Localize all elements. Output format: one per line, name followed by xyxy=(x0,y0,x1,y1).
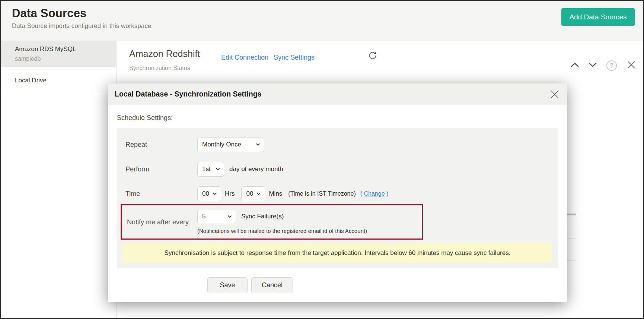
modal-title: Local Database - Synchronization Setting… xyxy=(115,90,261,98)
time-row: Time 00 Hrs 00 Mins (Time is in IST Time… xyxy=(125,186,388,201)
timezone-note: (Time is in IST Timezone) xyxy=(288,190,356,197)
sidebar-divider xyxy=(1,94,107,94)
background-table-edge xyxy=(567,238,576,239)
perform-day-select-value: 1st xyxy=(202,165,211,173)
sync-settings-link[interactable]: Sync Settings xyxy=(274,54,315,61)
sidebar-item-amazon-rds-mysql[interactable]: Amazon RDS MySQL sampledb xyxy=(1,41,116,67)
help-icon[interactable]: ? xyxy=(606,60,617,71)
add-data-sources-button[interactable]: Add Data Sources xyxy=(561,8,635,26)
sidebar-item-local-drive[interactable]: Local Drive xyxy=(1,67,116,94)
time-minutes-select-value: 00 xyxy=(246,190,253,198)
data-source-title: Amazon Redshift xyxy=(129,48,200,59)
close-icon[interactable] xyxy=(626,60,637,72)
edit-connection-link[interactable]: Edit Connection xyxy=(221,54,268,61)
perform-row: Perform 1st day of every month xyxy=(125,162,283,177)
refresh-icon[interactable] xyxy=(368,51,377,60)
time-minutes-select[interactable]: 00 xyxy=(241,186,265,201)
sidebar: Amazon RDS MySQL sampledb Local Drive xyxy=(1,41,117,319)
sync-status-label: Synchronization Status xyxy=(129,65,190,72)
perform-day-select[interactable]: 1st xyxy=(197,162,224,177)
chevron-down-icon xyxy=(256,143,260,146)
time-hours-select-value: 00 xyxy=(202,190,209,198)
cancel-button[interactable]: Cancel xyxy=(251,277,293,293)
notify-label: Notify me after every xyxy=(127,218,189,226)
sync-warning-banner: Synchronisation is subject to response t… xyxy=(123,243,552,263)
chevron-down-icon xyxy=(256,192,261,195)
page-header: Data Sources Data Source imports configu… xyxy=(1,1,643,41)
hours-unit-label: Hrs xyxy=(225,190,235,198)
chevron-down-icon xyxy=(216,168,220,171)
notify-count-select-value: 5 xyxy=(202,213,205,220)
sidebar-item-label: Local Drive xyxy=(15,77,116,84)
sidebar-item-sublabel: sampledb xyxy=(15,56,116,62)
notify-controls: 5 Sync Failure(s) xyxy=(197,209,284,224)
background-table-edge xyxy=(567,260,576,261)
schedule-settings-panel: Repeat Monthly Once Perform 1st day of e… xyxy=(117,128,558,268)
repeat-row: Repeat Monthly Once xyxy=(125,137,264,152)
chevron-up-icon[interactable] xyxy=(570,62,579,69)
background-table-edge xyxy=(567,214,576,215)
change-link-prefix: ( xyxy=(360,190,364,197)
chevron-down-icon xyxy=(213,192,217,195)
perform-suffix-text: day of every month xyxy=(229,165,283,173)
change-timezone-link[interactable]: ( Change ) xyxy=(360,190,389,197)
chevron-down-icon[interactable] xyxy=(588,62,597,69)
perform-label: Perform xyxy=(125,165,197,173)
notify-suffix-text: Sync Failure(s) xyxy=(241,213,284,220)
screen: Data Sources Data Source imports configu… xyxy=(0,0,644,319)
schedule-settings-label: Schedule Settings: xyxy=(117,114,173,122)
sidebar-item-label: Amazon RDS MySQL xyxy=(15,45,116,53)
page-subtitle: Data Source imports configured in this w… xyxy=(1,20,643,30)
sync-settings-modal: Local Database - Synchronization Setting… xyxy=(108,83,567,302)
repeat-label: Repeat xyxy=(125,141,197,149)
modal-header: Local Database - Synchronization Setting… xyxy=(108,83,567,105)
repeat-select-value: Monthly Once xyxy=(202,141,241,148)
notify-highlight-box: Notify me after every 5 Sync Failure(s) … xyxy=(121,204,423,240)
time-hours-select[interactable]: 00 xyxy=(197,186,221,201)
time-label: Time xyxy=(125,190,197,198)
notify-count-select[interactable]: 5 xyxy=(197,209,236,224)
minutes-unit-label: Mins xyxy=(269,190,282,198)
modal-close-icon[interactable] xyxy=(550,89,559,99)
change-link-suffix: ) xyxy=(385,190,389,197)
repeat-select[interactable]: Monthly Once xyxy=(197,137,264,152)
save-button[interactable]: Save xyxy=(207,277,248,293)
notify-note: (Notifications will be mailed to the reg… xyxy=(197,228,367,234)
page-title: Data Sources xyxy=(1,1,643,20)
chevron-down-icon xyxy=(227,215,232,218)
change-link-label: Change xyxy=(364,190,385,197)
